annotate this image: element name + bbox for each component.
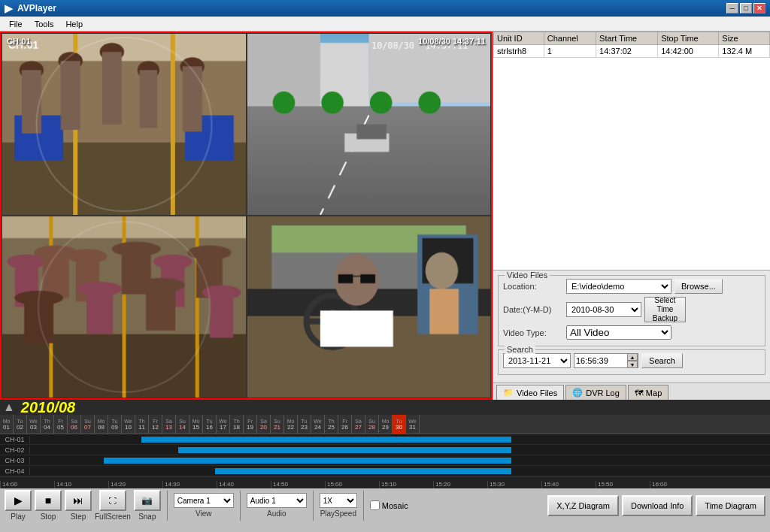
video-files-tab-label: Video Files xyxy=(517,388,557,397)
date-select[interactable]: 2010-08-30 xyxy=(566,302,641,317)
calendar-day[interactable]: Su14 xyxy=(176,415,189,434)
xyz-diagram-button[interactable]: X,Y,Z Diagram xyxy=(547,495,619,516)
channel-label-1: CH:01 xyxy=(7,37,31,46)
search-row: 2013-11-21 ▲ ▼ Search xyxy=(503,353,760,368)
calendar-day[interactable]: Tu30 xyxy=(393,415,406,434)
calendar-day[interactable]: Th04 xyxy=(41,415,54,434)
calendar-day[interactable]: We10 xyxy=(122,415,135,434)
speed-select[interactable]: 1X 2X 4X 8X xyxy=(320,493,357,508)
calendar-day[interactable]: Su07 xyxy=(81,415,95,434)
channel-data[interactable] xyxy=(30,466,770,476)
browse-button[interactable]: Browse... xyxy=(675,279,723,294)
app-icon: ▶ xyxy=(5,2,13,14)
calendar-day[interactable]: Tu16 xyxy=(203,415,217,434)
search-button[interactable]: Search xyxy=(641,353,683,368)
video-cell-4[interactable] xyxy=(247,216,492,398)
calendar-day[interactable]: We31 xyxy=(406,415,420,434)
channel-label: CH-03 xyxy=(0,457,30,464)
calendar-day[interactable]: Tu23 xyxy=(298,415,311,434)
calendar-day[interactable]: Tu02 xyxy=(14,415,27,434)
calendar-day[interactable]: Tu09 xyxy=(108,415,122,434)
calendar-day[interactable]: Th25 xyxy=(325,415,338,434)
video-type-select[interactable]: All Video Normal Alarm xyxy=(566,325,671,340)
select-time-backup-button[interactable]: Select Time Backup xyxy=(644,297,686,322)
audio-label: Audio xyxy=(267,509,286,518)
separator-2 xyxy=(240,491,241,521)
title-bar: ▶ AVPlayer ─ □ ✕ xyxy=(0,0,770,17)
step-button[interactable]: ⏭ xyxy=(65,490,92,511)
menu-help[interactable]: Help xyxy=(59,18,89,30)
location-select[interactable]: E:\video\demo xyxy=(566,279,671,294)
calendar-day[interactable]: Sa20 xyxy=(257,415,271,434)
search-time-input[interactable]: ▲ ▼ xyxy=(574,353,638,368)
calendar-day[interactable]: Sa06 xyxy=(68,415,81,434)
mosaic-label: Mosaic xyxy=(382,501,408,510)
calendar-day[interactable]: Fr12 xyxy=(149,415,162,434)
minimize-button[interactable]: ─ xyxy=(726,3,738,14)
channel-rows: CH-01 CH-02 CH-03 CH-04 xyxy=(0,434,770,476)
time-tick: 14:40 xyxy=(217,481,271,488)
spin-down-button[interactable]: ▼ xyxy=(627,361,638,368)
tab-dvr-log[interactable]: 🌐 DVR Log xyxy=(565,385,626,400)
channel-row: CH-03 xyxy=(0,455,770,466)
audio-group: Audio 1 Audio 2 Audio xyxy=(247,493,307,518)
restore-button[interactable]: □ xyxy=(740,3,752,14)
channel-data[interactable] xyxy=(30,455,770,465)
calendar-day[interactable]: We17 xyxy=(217,415,230,434)
time-input-field[interactable] xyxy=(574,354,627,367)
calendar-day[interactable]: Mo08 xyxy=(95,415,108,434)
dvr-log-tab-label: DVR Log xyxy=(586,388,620,397)
calendar-day[interactable]: Mo01 xyxy=(0,415,14,434)
calendar-day[interactable]: Fr05 xyxy=(54,415,68,434)
time-diagram-button[interactable]: Time Diagram xyxy=(696,495,765,516)
video-cell-3[interactable] xyxy=(2,216,247,398)
calendar-day[interactable]: Mo29 xyxy=(379,415,393,434)
download-info-button[interactable]: Download Info xyxy=(622,495,693,516)
calendar-day[interactable]: Th18 xyxy=(230,415,244,434)
calendar-day[interactable]: Sa13 xyxy=(162,415,176,434)
channel-label: CH-01 xyxy=(0,436,30,443)
calendar-day[interactable]: Mo22 xyxy=(284,415,298,434)
map-tab-icon: 🗺 xyxy=(635,388,643,397)
calendar-day[interactable]: Fr26 xyxy=(338,415,352,434)
timeline-area: ▲ 2010/08 Mo01Tu02We03Th04Fr05Sa06Su07Mo… xyxy=(0,400,770,485)
time-tick: 15:10 xyxy=(379,481,433,488)
search-date-select[interactable]: 2013-11-21 xyxy=(503,353,571,368)
timeline-scroll-up[interactable]: ▲ xyxy=(3,401,15,414)
snap-button[interactable]: 📷 xyxy=(134,490,161,511)
channel-bar xyxy=(104,458,511,464)
channel-data[interactable] xyxy=(30,445,770,455)
camera-select[interactable]: Camera 1 Camera 2 Camera 3 Camera 4 xyxy=(174,493,234,508)
fullscreen-button[interactable]: ⛶ xyxy=(99,490,126,511)
right-panel: Unit ID Channel Start Time Stop Time Siz… xyxy=(493,32,770,400)
snap-group: 📷 Snap xyxy=(134,490,161,521)
step-label: Step xyxy=(71,512,86,521)
calendar-day[interactable]: We24 xyxy=(311,415,325,434)
table-row[interactable]: strlstrh8 1 14:37:02 14:42:00 132.4 M xyxy=(494,45,770,58)
bottom-tabs: 📁 Video Files 🌐 DVR Log 🗺 Map xyxy=(493,382,770,400)
play-button[interactable]: ▶ xyxy=(5,490,32,511)
video-files-group: Video Files Location: E:\video\demo Brow… xyxy=(498,275,765,346)
close-button[interactable]: ✕ xyxy=(753,3,765,14)
menu-tools[interactable]: Tools xyxy=(29,18,60,30)
time-tick: 16:00 xyxy=(650,481,704,488)
audio-select[interactable]: Audio 1 Audio 2 xyxy=(247,493,307,508)
mosaic-checkbox[interactable] xyxy=(370,500,380,510)
video-cell-1[interactable]: CH:01 xyxy=(2,33,247,216)
menu-file[interactable]: File xyxy=(3,18,29,30)
calendar-day[interactable]: Su28 xyxy=(365,415,379,434)
calendar-day[interactable]: Su21 xyxy=(271,415,284,434)
main-area: CH:01 10/08/30 14:37:11 Unit ID Channel xyxy=(0,32,770,400)
calendar-day[interactable]: Fr19 xyxy=(244,415,257,434)
calendar-day[interactable]: Sa27 xyxy=(352,415,365,434)
video-cell-2[interactable]: 10/08/30 14:37:11 xyxy=(247,33,492,216)
calendar-day[interactable]: Th11 xyxy=(135,415,149,434)
calendar-day[interactable]: Mo15 xyxy=(189,415,203,434)
tab-map[interactable]: 🗺 Map xyxy=(628,385,668,400)
spin-buttons: ▲ ▼ xyxy=(627,353,638,368)
calendar-day[interactable]: We03 xyxy=(27,415,41,434)
channel-data[interactable] xyxy=(30,434,770,444)
spin-up-button[interactable]: ▲ xyxy=(627,353,638,361)
channel-bar xyxy=(215,468,511,474)
stop-button[interactable]: ■ xyxy=(35,490,62,511)
